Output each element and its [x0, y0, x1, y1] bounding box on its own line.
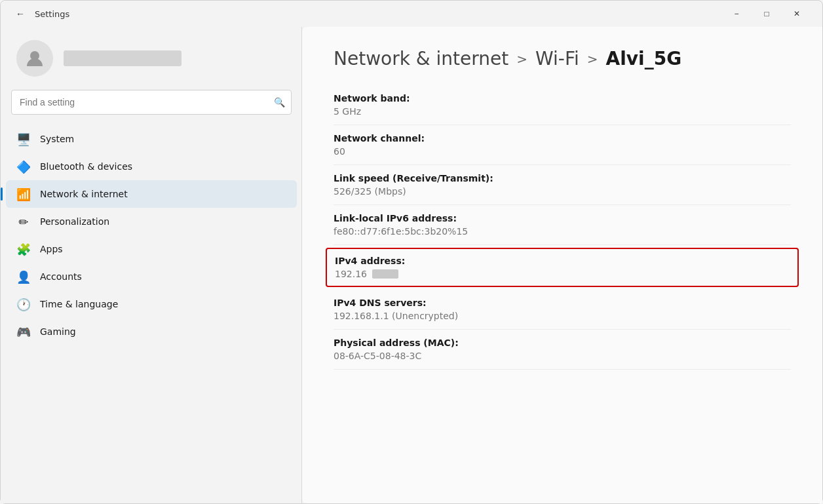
nav-list: 🖥️ System 🔷 Bluetooth & devices 📶 Networ… — [1, 125, 302, 503]
setting-row-network-channel: Network channel:60 — [334, 125, 791, 165]
content-area: 🔍 🖥️ System 🔷 Bluetooth & devices 📶 Netw… — [1, 27, 822, 503]
sidebar-item-label-bluetooth: Bluetooth & devices — [40, 161, 132, 172]
setting-value-ipv4-dns: 192.168.1.1 (Unencrypted) — [334, 311, 791, 321]
setting-value-network-channel: 60 — [334, 146, 791, 157]
search-box: 🔍 — [11, 90, 292, 115]
network-icon: 📶 — [16, 187, 31, 201]
sidebar-item-label-personalization: Personalization — [40, 216, 109, 227]
accounts-icon: 👤 — [16, 269, 31, 284]
setting-row-ipv6-address: Link-local IPv6 address:fe80::d77:6f1e:5… — [334, 205, 791, 245]
username-redacted — [64, 50, 182, 66]
setting-value-ipv4-address: 192.16 — [335, 269, 790, 279]
setting-label-ipv4-address: IPv4 address: — [335, 256, 790, 266]
sidebar-item-gaming[interactable]: 🎮 Gaming — [6, 318, 297, 345]
setting-label-network-band: Network band: — [334, 93, 791, 104]
sidebar-item-bluetooth[interactable]: 🔷 Bluetooth & devices — [6, 153, 297, 180]
setting-label-ipv4-dns: IPv4 DNS servers: — [334, 298, 791, 308]
setting-label-mac-address: Physical address (MAC): — [334, 338, 791, 348]
settings-list: Network band:5 GHzNetwork channel:60Link… — [302, 80, 822, 401]
settings-window: ← Settings − □ ✕ — [0, 0, 823, 504]
titlebar: ← Settings − □ ✕ — [1, 1, 822, 27]
breadcrumb-segment1: Network & internet — [334, 48, 508, 69]
breadcrumb-sep2: > — [587, 51, 598, 67]
window-title: Settings — [35, 9, 69, 19]
sidebar-item-label-gaming: Gaming — [40, 326, 76, 337]
breadcrumb-segment2: Wi-Fi — [535, 48, 579, 69]
sidebar-item-label-network: Network & internet — [40, 189, 128, 199]
avatar-icon — [24, 48, 45, 69]
sidebar-item-system[interactable]: 🖥️ System — [6, 125, 297, 153]
setting-value-network-band: 5 GHz — [334, 106, 791, 117]
setting-row-mac-address: Physical address (MAC):08-6A-C5-08-48-3C — [334, 330, 791, 370]
back-button[interactable]: ← — [11, 5, 29, 23]
avatar — [16, 40, 53, 77]
setting-row-ipv4-address: IPv4 address:192.16 — [326, 248, 799, 287]
setting-row-network-band: Network band:5 GHz — [334, 85, 791, 125]
setting-label-ipv6-address: Link-local IPv6 address: — [334, 213, 791, 223]
ipv4-value-text: 192.16 — [335, 269, 367, 279]
sidebar-wrapper: 🔍 🖥️ System 🔷 Bluetooth & devices 📶 Netw… — [1, 27, 302, 503]
maximize-button[interactable]: □ — [752, 3, 782, 24]
sidebar-item-label-accounts: Accounts — [40, 271, 82, 282]
personalization-icon: ✏️ — [16, 214, 31, 229]
sidebar-item-label-apps: Apps — [40, 244, 63, 254]
breadcrumb: Network & internet > Wi-Fi > Alvi_5G — [334, 48, 791, 69]
sidebar-item-personalization[interactable]: ✏️ Personalization — [6, 208, 297, 235]
system-icon: 🖥️ — [16, 132, 31, 146]
close-button[interactable]: ✕ — [782, 3, 812, 24]
sidebar: 🔍 🖥️ System 🔷 Bluetooth & devices 📶 Netw… — [1, 27, 302, 503]
setting-value-link-speed: 526/325 (Mbps) — [334, 186, 791, 197]
minimize-button[interactable]: − — [721, 3, 752, 24]
user-profile — [1, 27, 302, 90]
setting-row-ipv4-dns: IPv4 DNS servers:192.168.1.1 (Unencrypte… — [334, 290, 791, 330]
sidebar-item-accounts[interactable]: 👤 Accounts — [6, 263, 297, 290]
sidebar-item-apps[interactable]: 🧩 Apps — [6, 235, 297, 263]
setting-row-link-speed: Link speed (Receive/Transmit):526/325 (M… — [334, 165, 791, 205]
setting-value-mac-address: 08-6A-C5-08-48-3C — [334, 351, 791, 361]
apps-icon: 🧩 — [16, 242, 31, 256]
search-icon: 🔍 — [274, 97, 285, 107]
sidebar-item-time[interactable]: 🕐 Time & language — [6, 290, 297, 318]
sidebar-item-label-system: System — [40, 134, 74, 144]
bluetooth-icon: 🔷 — [16, 159, 31, 174]
ipv4-redacted — [372, 269, 398, 279]
search-input[interactable] — [11, 90, 292, 115]
window-controls: − □ ✕ — [721, 3, 812, 24]
time-icon: 🕐 — [16, 297, 31, 311]
setting-value-ipv6-address: fe80::d77:6f1e:5bc:3b20%15 — [334, 226, 791, 237]
setting-label-link-speed: Link speed (Receive/Transmit): — [334, 173, 791, 184]
sidebar-item-label-time: Time & language — [40, 299, 118, 309]
setting-label-network-channel: Network channel: — [334, 133, 791, 144]
breadcrumb-sep1: > — [516, 51, 527, 67]
main-content: Network & internet > Wi-Fi > Alvi_5G Net… — [302, 27, 822, 503]
breadcrumb-segment3: Alvi_5G — [606, 48, 682, 69]
main-header: Network & internet > Wi-Fi > Alvi_5G — [302, 27, 822, 80]
sidebar-item-network[interactable]: 📶 Network & internet — [6, 180, 297, 208]
gaming-icon: 🎮 — [16, 324, 31, 339]
